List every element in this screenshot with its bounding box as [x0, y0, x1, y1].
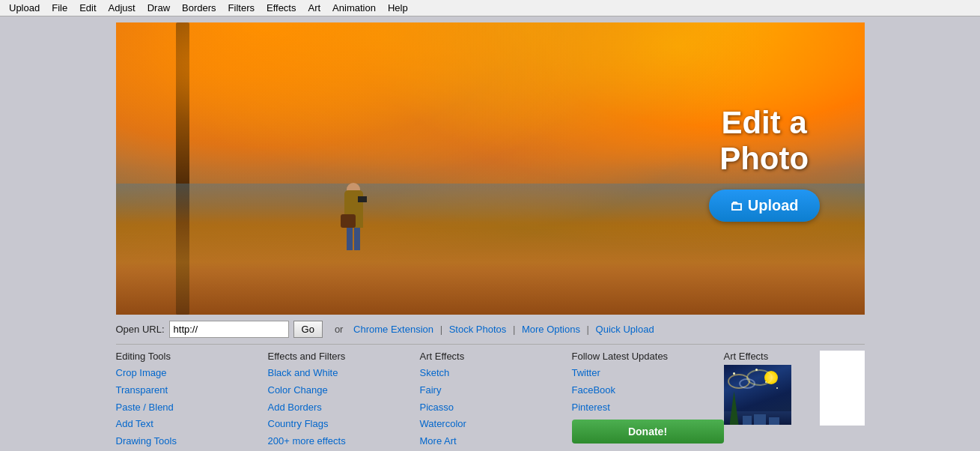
divider — [116, 344, 865, 345]
edit-photo-overlay: Edit a Photo 🗀Upload — [709, 105, 820, 222]
stock-photos-link[interactable]: Stock Photos — [449, 324, 507, 335]
url-links: or Chrome Extension | Stock Photos | Mor… — [335, 324, 654, 335]
footer-link-drawing-tools[interactable]: Drawing Tools — [116, 434, 268, 450]
footer-link-sketch[interactable]: Sketch — [420, 366, 572, 381]
quick-upload-link[interactable]: Quick Upload — [596, 324, 654, 335]
menu-draw[interactable]: Draw — [141, 1, 176, 15]
menu-help[interactable]: Help — [382, 1, 414, 15]
photographer-camera — [358, 196, 367, 202]
art-canvas — [724, 365, 791, 425]
photographer-figure — [341, 183, 367, 250]
menubar: Upload File Edit Adjust Draw Borders Fil… — [0, 0, 980, 16]
sep3: | — [587, 324, 589, 335]
footer-link-more-art[interactable]: More Art — [420, 434, 572, 450]
hero-title: Edit a Photo — [709, 105, 820, 178]
menu-animation[interactable]: Animation — [326, 1, 382, 15]
footer-link-facebook[interactable]: FaceBook — [572, 383, 724, 399]
footer-link-transparent[interactable]: Transparent — [116, 383, 268, 399]
art-effects-thumbnail[interactable] — [724, 365, 791, 425]
footer-link-add-text[interactable]: Add Text — [116, 417, 268, 432]
menu-edit[interactable]: Edit — [73, 1, 102, 15]
folder-icon: 🗀 — [730, 199, 743, 214]
editing-tools-header: Editing Tools — [116, 351, 268, 362]
star-2 — [765, 381, 767, 383]
more-options-link[interactable]: More Options — [522, 324, 580, 335]
or-text: or — [335, 324, 344, 335]
footer-link-add-borders[interactable]: Add Borders — [268, 400, 420, 416]
hero-image: Edit a Photo 🗀Upload — [116, 22, 865, 315]
go-button[interactable]: Go — [293, 321, 323, 338]
follow-updates-header: Follow Latest Updates — [572, 351, 724, 362]
menu-effects[interactable]: Effects — [261, 1, 302, 15]
house-3 — [769, 417, 779, 425]
footer-area: Editing Tools Crop Image Transparent Pas… — [116, 351, 865, 451]
footer-link-paste-blend[interactable]: Paste / Blend — [116, 400, 268, 416]
art-effects-header: Art Effects — [420, 351, 572, 362]
menu-filters[interactable]: Filters — [222, 1, 261, 15]
effects-filters-header: Effects and Filters — [268, 351, 420, 362]
footer-link-more-effects[interactable]: 200+ more effects — [268, 434, 420, 450]
menu-upload[interactable]: Upload — [3, 1, 46, 15]
chrome-extension-link[interactable]: Chrome Extension — [353, 324, 433, 335]
menu-borders[interactable]: Borders — [176, 1, 222, 15]
house-2 — [754, 414, 766, 425]
art-effects-thumb-label: Art Effects — [724, 351, 769, 362]
hero-scene: Edit a Photo 🗀Upload — [116, 22, 865, 315]
footer-link-bw[interactable]: Black and White — [268, 366, 420, 381]
footer-link-country-flags[interactable]: Country Flags — [268, 417, 420, 432]
donate-button[interactable]: Donate! — [572, 420, 724, 444]
footer-link-watercolor[interactable]: Watercolor — [420, 417, 572, 432]
menu-adjust[interactable]: Adjust — [103, 1, 141, 15]
upload-button[interactable]: 🗀Upload — [709, 190, 820, 222]
sep1: | — [440, 324, 442, 335]
footer-link-pinterest[interactable]: Pinterest — [572, 400, 724, 416]
photographer-right-leg — [354, 228, 360, 250]
swirl-3 — [746, 369, 773, 386]
open-url-label: Open URL: — [116, 324, 165, 335]
footer-link-crop[interactable]: Crop Image — [116, 366, 268, 381]
star-1 — [733, 372, 735, 375]
sep2: | — [513, 324, 515, 335]
footer-link-color-change[interactable]: Color Change — [268, 383, 420, 399]
main-container: Edit a Photo 🗀Upload Open URL: Go or Chr… — [0, 16, 980, 451]
footer-col-editing-tools: Editing Tools Crop Image Transparent Pas… — [116, 351, 268, 450]
url-input[interactable] — [169, 321, 289, 338]
footer-link-twitter[interactable]: Twitter — [572, 366, 724, 381]
menu-file[interactable]: File — [46, 1, 73, 15]
footer-col-social: Follow Latest Updates Twitter FaceBook P… — [572, 351, 724, 450]
cypress-tree — [730, 391, 739, 425]
menu-art[interactable]: Art — [302, 1, 326, 15]
footer-col-art: Art Effects Sketch Fairy Picasso Waterco… — [420, 351, 572, 450]
footer-link-picasso[interactable]: Picasso — [420, 400, 572, 416]
url-bar: Open URL: Go or Chrome Extension | Stock… — [116, 315, 865, 342]
house-1 — [743, 416, 752, 425]
white-placeholder — [820, 351, 865, 426]
footer-col-effects: Effects and Filters Black and White Colo… — [268, 351, 420, 450]
footer-col-art-thumb: Art Effects — [724, 351, 814, 450]
footer-link-fairy[interactable]: Fairy — [420, 383, 572, 399]
star-3 — [755, 369, 758, 371]
photographer-left-leg — [347, 228, 353, 250]
photographer-bag — [341, 214, 356, 228]
star-4 — [776, 387, 778, 389]
